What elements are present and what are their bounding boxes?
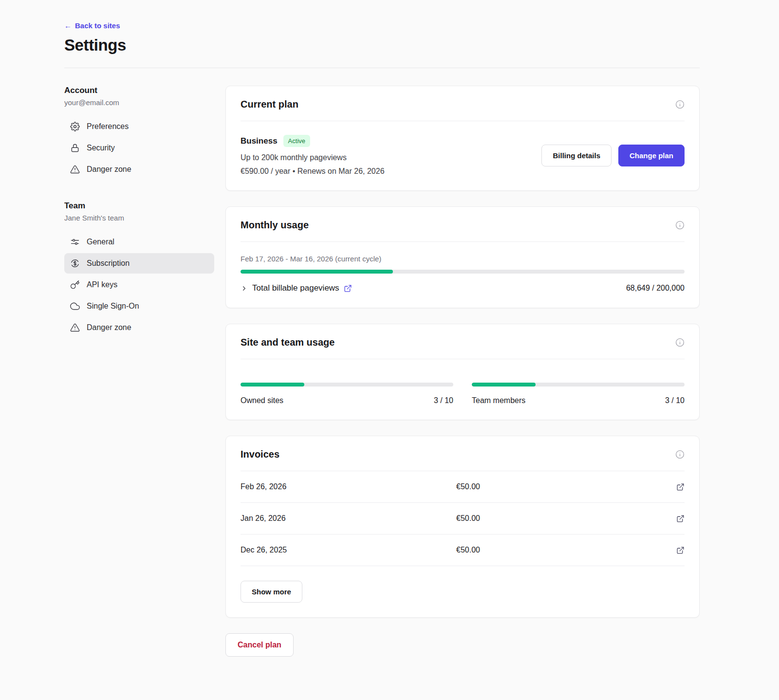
pageviews-progress-fill — [241, 270, 393, 274]
owned-sites-meter: Owned sites 3 / 10 — [241, 376, 453, 405]
alert-triangle-icon — [70, 165, 80, 174]
alert-triangle-icon — [70, 323, 80, 332]
sidebar-item-label: Subscription — [87, 259, 130, 268]
sidebar-group-team: Team Jane Smith's team General Subscript… — [64, 201, 214, 338]
team-nav: General Subscription API keys Single Sig… — [64, 232, 214, 338]
show-more-button[interactable]: Show more — [241, 581, 302, 603]
account-email: your@email.com — [64, 98, 214, 107]
info-icon[interactable] — [675, 221, 685, 230]
billing-details-button[interactable]: Billing details — [541, 145, 612, 166]
invoice-amount: €50.00 — [456, 514, 672, 523]
page-title: Settings — [64, 36, 700, 55]
sidebar-item-team-danger-zone[interactable]: Danger zone — [64, 317, 214, 338]
back-to-sites-link[interactable]: ← Back to sites — [64, 21, 120, 30]
plan-name: Business — [241, 136, 278, 146]
pageviews-usage-value: 68,649 / 200,000 — [626, 284, 685, 293]
pageviews-progress-bar — [241, 270, 685, 274]
external-link-icon[interactable] — [676, 546, 685, 554]
owned-sites-progress-fill — [241, 383, 304, 387]
cancel-plan-button[interactable]: Cancel plan — [225, 633, 294, 657]
invoice-amount: €50.00 — [456, 546, 672, 554]
key-icon — [70, 280, 80, 290]
current-plan-title: Current plan — [241, 99, 298, 110]
info-icon[interactable] — [675, 100, 685, 109]
plan-price-line: €590.00 / year • Renews on Mar 26, 2026 — [241, 167, 385, 176]
content-layout: Account your@email.com Preferences Secur… — [64, 86, 700, 657]
plan-description: Up to 200k monthly pageviews — [241, 153, 385, 162]
status-badge: Active — [283, 135, 310, 147]
sidebar-item-security[interactable]: Security — [64, 138, 214, 158]
gear-icon — [70, 122, 80, 131]
sidebar-item-label: Security — [87, 144, 115, 152]
sidebar-item-api-keys[interactable]: API keys — [64, 275, 214, 295]
sidebar-item-label: Single Sign-On — [87, 302, 139, 311]
team-name: Jane Smith's team — [64, 214, 214, 222]
divider — [241, 241, 685, 242]
sidebar-item-general[interactable]: General — [64, 232, 214, 252]
settings-page: ← Back to sites Settings Account your@em… — [0, 0, 779, 700]
sidebar-item-label: Danger zone — [87, 323, 131, 332]
billable-pageviews-label: Total billable pageviews — [252, 283, 339, 293]
sliders-icon — [70, 237, 80, 247]
external-link-icon[interactable] — [676, 483, 685, 491]
sidebar-group-account: Account your@email.com Preferences Secur… — [64, 86, 214, 180]
account-heading: Account — [64, 86, 214, 95]
monthly-usage-card: Monthly usage Feb 17, 2026 - Mar 16, 202… — [225, 206, 700, 308]
chevron-right-icon — [241, 285, 248, 292]
divider — [241, 121, 685, 121]
monthly-usage-title: Monthly usage — [241, 220, 309, 231]
current-plan-card: Current plan Business Active Up to 200k … — [225, 86, 700, 191]
account-nav: Preferences Security Danger zone — [64, 116, 214, 180]
plan-info: Business Active Up to 200k monthly pagev… — [241, 135, 385, 176]
invoice-row: Jan 26, 2026 €50.00 — [241, 503, 685, 534]
invoice-date: Dec 26, 2025 — [241, 546, 456, 554]
lock-icon — [70, 143, 80, 153]
invoices-card: Invoices Feb 26, 2026 €50.00 Jan 26, 202… — [225, 436, 700, 618]
change-plan-button[interactable]: Change plan — [618, 145, 685, 166]
settings-sidebar: Account your@email.com Preferences Secur… — [64, 86, 214, 338]
sidebar-item-single-sign-on[interactable]: Single Sign-On — [64, 296, 214, 316]
info-icon[interactable] — [675, 338, 685, 347]
team-heading: Team — [64, 201, 214, 211]
dollar-refresh-icon — [70, 258, 80, 268]
sidebar-item-subscription[interactable]: Subscription — [64, 253, 214, 274]
billing-cycle-label: Feb 17, 2026 - Mar 16, 2026 (current cyc… — [241, 255, 685, 263]
owned-sites-progress-bar — [241, 383, 453, 387]
site-team-usage-title: Site and team usage — [241, 337, 334, 348]
cloud-icon — [70, 301, 80, 311]
info-icon[interactable] — [675, 450, 685, 459]
invoice-amount: €50.00 — [456, 482, 672, 491]
team-members-value: 3 / 10 — [665, 396, 685, 405]
team-members-progress-fill — [472, 383, 536, 387]
site-team-usage-card: Site and team usage Owned sites 3 / 10 — [225, 324, 700, 420]
divider — [241, 359, 685, 359]
sidebar-item-label: General — [87, 238, 114, 246]
invoice-date: Feb 26, 2026 — [241, 482, 456, 491]
external-link-icon[interactable] — [676, 515, 685, 523]
external-link-icon[interactable] — [344, 284, 352, 293]
sidebar-item-label: API keys — [87, 280, 117, 289]
owned-sites-label: Owned sites — [241, 396, 283, 405]
invoice-row: Feb 26, 2026 €50.00 — [241, 471, 685, 503]
arrow-left-icon: ← — [64, 21, 72, 30]
sidebar-item-preferences[interactable]: Preferences — [64, 116, 214, 137]
team-members-meter: Team members 3 / 10 — [472, 376, 685, 405]
invoice-date: Jan 26, 2026 — [241, 514, 456, 523]
settings-main: Current plan Business Active Up to 200k … — [225, 86, 700, 657]
header-divider — [64, 68, 700, 68]
billable-pageviews-toggle[interactable]: Total billable pageviews — [241, 283, 352, 293]
invoices-title: Invoices — [241, 449, 279, 460]
invoice-row: Dec 26, 2025 €50.00 — [241, 534, 685, 566]
back-to-sites-label: Back to sites — [75, 21, 120, 30]
team-members-label: Team members — [472, 396, 525, 405]
cancel-plan-section: Cancel plan — [225, 633, 700, 657]
sidebar-item-label: Preferences — [87, 122, 129, 131]
team-members-progress-bar — [472, 383, 685, 387]
sidebar-item-label: Danger zone — [87, 165, 131, 174]
owned-sites-value: 3 / 10 — [434, 396, 453, 405]
sidebar-item-account-danger-zone[interactable]: Danger zone — [64, 159, 214, 180]
